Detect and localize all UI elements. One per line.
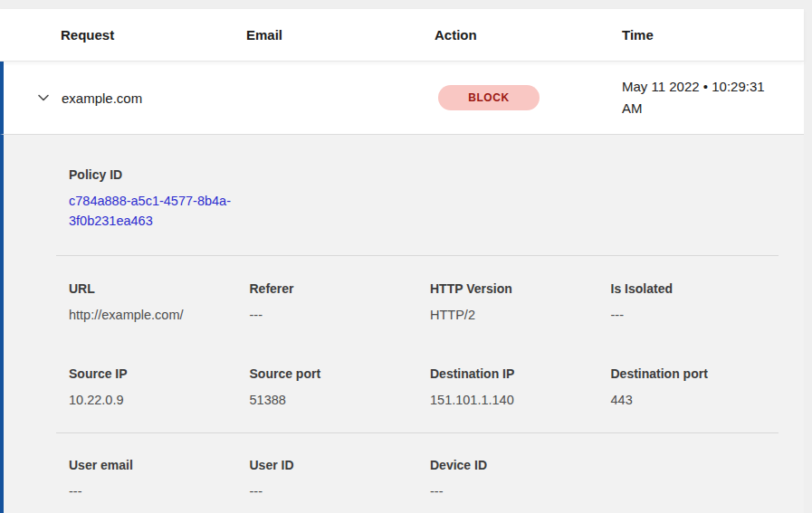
field-http-version: HTTP Version HTTP/2 xyxy=(417,280,598,324)
field-referer: Referer --- xyxy=(237,280,418,324)
field-value: http://example.com/ xyxy=(69,306,237,324)
section-divider xyxy=(56,255,779,256)
request-log-page: Request Email Action Time example.com BL… xyxy=(0,0,812,513)
policy-id-block: Policy ID c784a888-a5c1-4577-8b4a-3f0b23… xyxy=(56,166,779,231)
field-is-isolated: Is Isolated --- xyxy=(598,280,779,324)
field-user-id: User ID --- xyxy=(237,456,418,500)
page-background-strip xyxy=(0,0,812,9)
detail-field-row-user: User email --- User ID --- Device ID --- xyxy=(56,456,779,500)
chevron-down-icon[interactable] xyxy=(36,90,51,105)
column-header-action: Action xyxy=(435,27,622,43)
field-value: --- xyxy=(250,306,418,324)
field-empty xyxy=(598,456,779,500)
table-header: Request Email Action Time xyxy=(0,9,804,62)
field-destination-port: Destination port 443 xyxy=(598,365,779,409)
block-status-badge: BLOCK xyxy=(438,85,540,110)
policy-id-link[interactable]: c784a888-a5c1-4577-8b4a-3f0b231ea463 xyxy=(69,192,241,231)
field-url: URL http://example.com/ xyxy=(56,280,237,324)
field-value: --- xyxy=(69,482,237,500)
field-label: User ID xyxy=(250,456,418,474)
field-source-ip: Source IP 10.22.0.9 xyxy=(56,365,237,409)
column-header-request: Request xyxy=(61,27,246,43)
field-label: Destination IP xyxy=(430,365,598,383)
detail-field-row-http: URL http://example.com/ Referer --- HTTP… xyxy=(56,280,779,324)
field-label: Destination port xyxy=(611,365,779,383)
field-value: --- xyxy=(430,482,598,500)
request-cell: example.com xyxy=(36,90,246,106)
timestamp: May 11 2022 • 10:29:31 AM xyxy=(622,76,804,119)
field-value: 151.101.1.140 xyxy=(430,391,598,409)
field-value: --- xyxy=(611,306,779,324)
field-label: User email xyxy=(69,456,237,474)
detail-content: Policy ID c784a888-a5c1-4577-8b4a-3f0b23… xyxy=(56,135,779,500)
field-device-id: Device ID --- xyxy=(417,456,598,500)
column-header-time: Time xyxy=(622,27,804,43)
field-destination-ip: Destination IP 151.101.1.140 xyxy=(417,365,598,409)
field-label: Device ID xyxy=(430,456,598,474)
field-label: URL xyxy=(69,280,237,298)
detail-field-row-network: Source IP 10.22.0.9 Source port 51388 De… xyxy=(56,365,779,409)
column-header-email: Email xyxy=(246,27,435,43)
field-value: --- xyxy=(250,482,418,500)
request-hostname: example.com xyxy=(62,90,142,106)
field-source-port: Source port 51388 xyxy=(237,365,418,409)
field-value: 51388 xyxy=(250,391,418,409)
action-cell: BLOCK xyxy=(435,85,622,110)
policy-id-label: Policy ID xyxy=(69,166,779,184)
section-divider xyxy=(56,432,779,433)
field-value: 10.22.0.9 xyxy=(69,391,237,409)
row-detail-panel: Policy ID c784a888-a5c1-4577-8b4a-3f0b23… xyxy=(0,135,804,513)
table-row[interactable]: example.com BLOCK May 11 2022 • 10:29:31… xyxy=(0,62,804,135)
field-label: Source IP xyxy=(69,365,237,383)
field-value: HTTP/2 xyxy=(430,306,598,324)
field-label: Source port xyxy=(250,365,418,383)
field-user-email: User email --- xyxy=(56,456,237,500)
field-label: HTTP Version xyxy=(430,280,598,298)
field-label: Is Isolated xyxy=(611,280,779,298)
field-value: 443 xyxy=(611,391,779,409)
field-label: Referer xyxy=(250,280,418,298)
